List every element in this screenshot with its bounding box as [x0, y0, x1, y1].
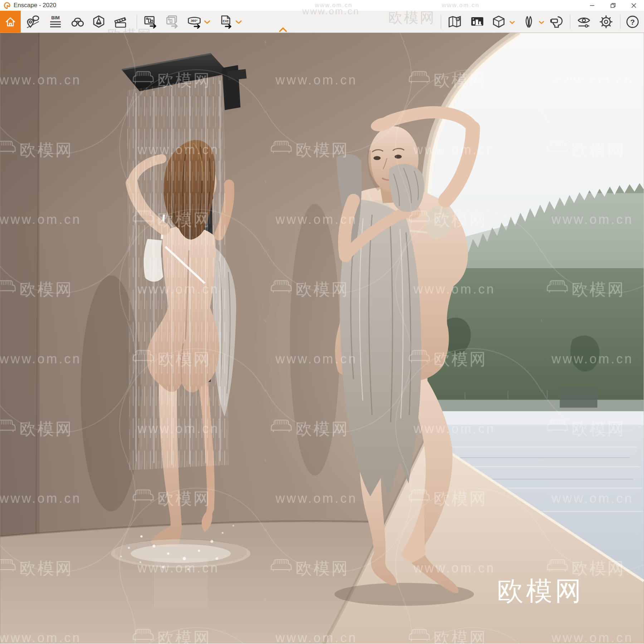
close-icon — [631, 3, 636, 8]
svg-text:?: ? — [630, 18, 635, 26]
help-icon: ? — [625, 14, 640, 29]
svg-text:EXE: EXE — [223, 19, 229, 23]
title-bar: Enscape - 2020 www.om.cn www.om.cn — [0, 0, 644, 11]
binoculars-icon — [70, 14, 85, 29]
watermark-overlay — [0, 33, 644, 644]
vr-mode-button[interactable] — [548, 14, 566, 30]
bim-info-button[interactable]: BIM — [47, 14, 64, 30]
enscape-window: Enscape - 2020 www.om.cn www.om.cn — [0, 0, 644, 644]
batch-export-button[interactable] — [164, 14, 181, 30]
asset-library-icon — [470, 14, 485, 29]
home-icon — [4, 15, 17, 28]
box-icon — [491, 14, 506, 29]
collapse-toolbar-chevron[interactable] — [279, 27, 287, 32]
white-mode-dropdown-chevron[interactable] — [509, 21, 515, 24]
restore-button[interactable] — [602, 0, 623, 11]
export-panorama-button[interactable]: 360° — [186, 14, 203, 30]
export-exe-button[interactable]: EXE — [217, 14, 234, 30]
fly-mode-dropdown-chevron[interactable] — [539, 21, 544, 24]
map-icon — [447, 14, 462, 29]
camera-path-icon — [25, 14, 40, 29]
view-cube-button[interactable] — [90, 14, 107, 30]
asset-library-button[interactable] — [469, 14, 486, 30]
fly-mode-button[interactable] — [520, 14, 537, 30]
render-video-button[interactable] — [112, 14, 129, 30]
cube-cone-icon — [91, 14, 106, 29]
exe-export-icon: EXE — [218, 14, 233, 29]
toolbar-separator — [441, 15, 441, 29]
exe-dropdown-chevron[interactable] — [235, 20, 242, 24]
settings-button[interactable] — [597, 14, 615, 30]
toolbar-watermark: 欧模网 — [388, 8, 435, 28]
white-mode-button[interactable] — [490, 14, 507, 30]
clapperboard-icon — [113, 14, 128, 29]
enscape-logo-icon — [3, 2, 11, 9]
window-title: Enscape - 2020 — [14, 2, 56, 9]
mini-map-button[interactable] — [446, 14, 463, 30]
window-controls — [582, 0, 644, 11]
find-model-button[interactable] — [69, 14, 86, 30]
bim-icon: BIM — [48, 14, 63, 29]
titlebar-watermark: www.om.cn — [442, 2, 479, 9]
main-toolbar: BIM — [0, 11, 644, 33]
visual-settings-button[interactable] — [575, 14, 592, 30]
batch-export-icon — [165, 14, 180, 29]
toolbar-separator — [137, 15, 137, 29]
minimize-button[interactable] — [582, 0, 602, 11]
home-button[interactable] — [0, 11, 21, 33]
toolbar-separator — [570, 15, 570, 29]
titlebar-watermark: www.om.cn — [315, 2, 352, 9]
svg-text:BIM: BIM — [51, 15, 60, 20]
vr-headset-icon — [550, 14, 565, 29]
minimize-icon — [590, 3, 595, 8]
svg-text:360°: 360° — [191, 19, 198, 23]
export-screenshot-button[interactable] — [142, 14, 159, 30]
render-scene: www.om.cn 欧模网 www.om.cn 欧模网 — [0, 33, 644, 644]
close-button[interactable] — [623, 0, 644, 11]
panorama-360-icon: 360° — [187, 14, 202, 29]
wings-icon — [521, 14, 536, 29]
export-image-icon — [143, 14, 158, 29]
help-button[interactable]: ? — [624, 14, 641, 30]
video-path-button[interactable] — [24, 14, 42, 30]
toolbar-separator — [620, 15, 620, 29]
panorama-dropdown-chevron[interactable] — [204, 20, 210, 24]
restore-icon — [610, 3, 616, 8]
render-viewport[interactable]: www.om.cn 欧模网 www.om.cn 欧模网 — [0, 33, 644, 644]
eye-settings-icon — [576, 14, 591, 29]
gear-icon — [599, 14, 614, 29]
